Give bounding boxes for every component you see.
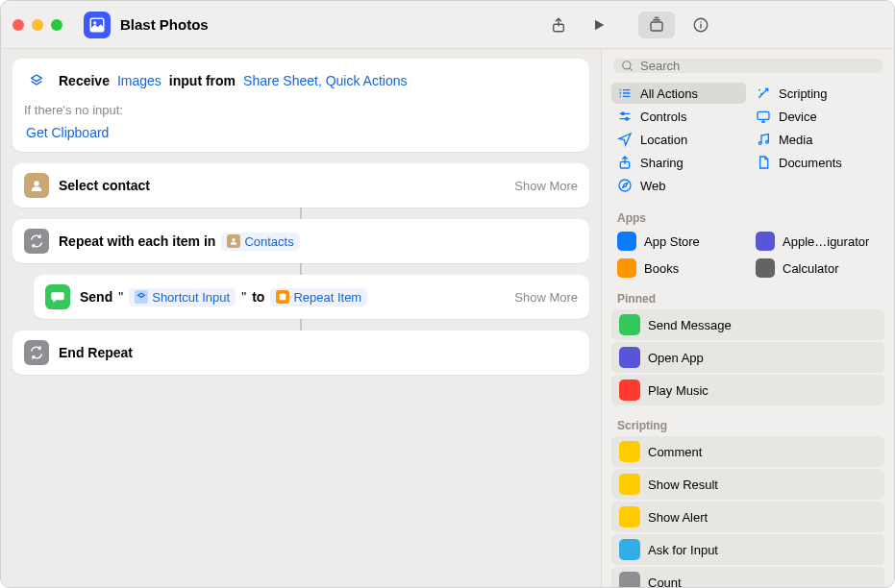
scripting-header: Scripting [602, 411, 894, 436]
action-label: Ask for Input [648, 543, 718, 557]
category-media[interactable]: Media [750, 129, 884, 150]
svg-rect-11 [758, 111, 769, 119]
library-search[interactable] [613, 59, 883, 73]
svg-point-15 [619, 180, 631, 191]
action-item[interactable]: Count [611, 567, 884, 587]
category-label: Controls [640, 110, 686, 124]
repeat-variable-contacts[interactable]: Contacts [221, 233, 299, 251]
category-scripting[interactable]: Scripting [750, 83, 884, 104]
shortcuts-input-icon [24, 68, 49, 93]
action-library-sidebar: All ActionsScriptingControlsDeviceLocati… [601, 49, 894, 587]
app-icon [756, 232, 775, 251]
zoom-button[interactable] [51, 19, 62, 31]
no-input-fallback-token[interactable]: Get Clipboard [24, 125, 111, 140]
quote-open: " [118, 289, 123, 305]
send-to-label: to [252, 289, 264, 305]
quote-close: " [241, 289, 246, 305]
action-receive-input[interactable]: Receive Images input from Share Sheet, Q… [12, 59, 589, 152]
action-item[interactable]: Open App [611, 342, 884, 373]
action-repeat-with-each[interactable]: Repeat with each item in Contacts [12, 219, 589, 263]
no-input-label: If there's no input: [12, 103, 589, 119]
action-send-message[interactable]: Send " Shortcut Input " to [34, 275, 589, 319]
category-sharing[interactable]: Sharing [611, 152, 746, 173]
contacts-app-icon [24, 173, 49, 198]
pinned-list: Send MessageOpen AppPlay Music [602, 309, 894, 411]
show-more-button[interactable]: Show More [514, 179, 578, 193]
action-label: Show Result [648, 478, 718, 492]
minimize-button[interactable] [32, 19, 43, 31]
doc-icon [756, 155, 771, 170]
category-web[interactable]: Web [611, 175, 746, 196]
app-item[interactable]: Apple…igurator [750, 229, 884, 254]
action-label: Send Message [648, 318, 732, 332]
svg-rect-7 [280, 294, 286, 301]
send-label: Send [80, 289, 112, 305]
receive-sources-token[interactable]: Share Sheet, Quick Actions [241, 73, 409, 88]
library-toggle-button[interactable] [638, 12, 675, 38]
svg-point-9 [622, 112, 625, 115]
send-content-variable[interactable]: Shortcut Input [129, 288, 236, 306]
repeat-item-label: Repeat Item [293, 290, 361, 305]
scripting-list: CommentShow ResultShow AlertAsk for Inpu… [602, 436, 894, 587]
category-controls[interactable]: Controls [611, 106, 746, 127]
svg-point-13 [766, 140, 769, 143]
action-label: Play Music [648, 383, 709, 398]
shortcut-input-label: Shortcut Input [152, 290, 230, 305]
wand-icon [756, 86, 771, 101]
repeat-label: Repeat with each item in [59, 233, 215, 249]
shortcut-title[interactable]: Blast Photos [120, 16, 540, 33]
receive-types-token[interactable]: Images [115, 73, 163, 88]
action-item[interactable]: Comment [611, 436, 884, 467]
apps-header: Apps [602, 204, 894, 229]
action-label: Count [648, 576, 682, 588]
category-all-actions[interactable]: All Actions [611, 83, 746, 104]
select-contact-label: Select contact [59, 178, 150, 193]
list-icon [617, 86, 633, 101]
repeat-variable-label: Contacts [244, 234, 293, 249]
action-item[interactable]: Show Result [611, 469, 884, 500]
app-item[interactable]: App Store [611, 229, 746, 254]
receive-from-label: input from [169, 73, 236, 88]
search-input[interactable] [640, 59, 875, 73]
category-label: All Actions [640, 86, 698, 101]
category-label: Location [640, 133, 687, 147]
category-location[interactable]: Location [611, 129, 746, 150]
category-label: Web [640, 179, 666, 193]
action-icon [619, 441, 640, 462]
shortcut-editor: Receive Images input from Share Sheet, Q… [1, 49, 601, 587]
category-device[interactable]: Device [750, 106, 884, 127]
action-item[interactable]: Ask for Input [611, 534, 884, 565]
app-item[interactable]: Calculator [750, 256, 884, 281]
action-item[interactable]: Send Message [611, 309, 884, 340]
action-label: Comment [648, 445, 702, 459]
window-controls [12, 19, 62, 31]
share-button[interactable] [540, 12, 577, 38]
action-icon [619, 539, 640, 560]
svg-point-6 [233, 238, 236, 241]
apps-list: App StoreApple…iguratorBooksCalculator [602, 229, 894, 284]
show-more-button[interactable]: Show More [514, 290, 578, 305]
category-documents[interactable]: Documents [750, 152, 884, 173]
action-label: Show Alert [648, 510, 708, 525]
app-item[interactable]: Books [611, 256, 746, 281]
app-icon [756, 258, 775, 278]
close-button[interactable] [12, 19, 24, 31]
pinned-header: Pinned [602, 284, 894, 309]
action-end-repeat[interactable]: End Repeat [12, 331, 589, 375]
details-button[interactable] [683, 12, 719, 38]
action-select-contact[interactable]: Select contact Show More [12, 163, 589, 208]
svg-point-5 [34, 181, 38, 185]
run-button[interactable] [581, 12, 617, 38]
svg-point-8 [623, 61, 631, 68]
category-label: Media [779, 133, 812, 147]
category-label: Scripting [779, 86, 828, 101]
category-label: Sharing [640, 156, 684, 170]
shortcut-input-chip-icon [135, 290, 148, 304]
action-item[interactable]: Show Alert [611, 502, 884, 532]
action-icon [619, 380, 640, 401]
app-label: App Store [644, 234, 700, 249]
shortcut-icon [84, 12, 111, 38]
app-icon [617, 258, 636, 278]
send-recipient-variable[interactable]: Repeat Item [270, 288, 367, 306]
action-item[interactable]: Play Music [611, 375, 884, 405]
